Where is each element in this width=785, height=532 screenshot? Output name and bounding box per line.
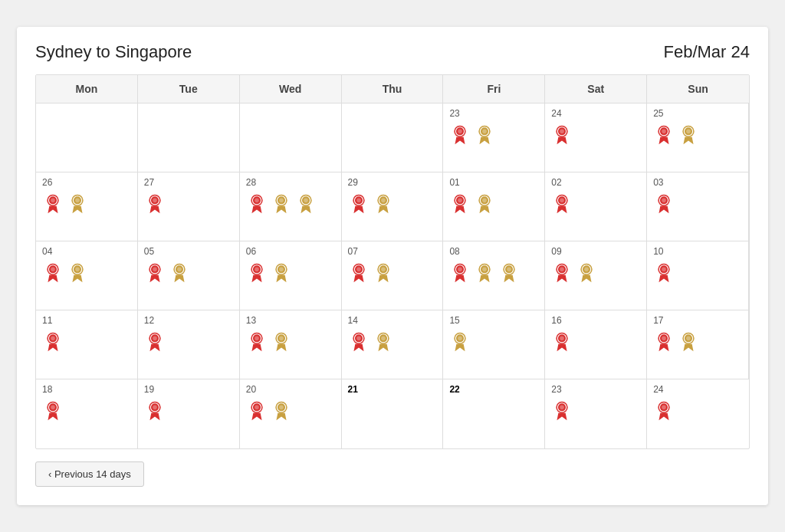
day-number: 21 (348, 384, 437, 395)
calendar-cell[interactable]: 06 (240, 241, 342, 310)
svg-point-104 (279, 337, 284, 341)
calendar-cell[interactable]: 26 (36, 172, 138, 241)
day-number: 25 (653, 108, 742, 119)
day-header-sat: Sat (545, 75, 647, 103)
day-number: 22 (449, 384, 538, 395)
day-number: 01 (449, 177, 538, 188)
calendar-cell[interactable]: 09 (545, 241, 647, 310)
gold-award-badge (67, 192, 88, 215)
calendar-cell[interactable]: 20 (240, 379, 342, 448)
day-number: 19 (144, 384, 233, 395)
badge-group (42, 192, 131, 215)
calendar-cell[interactable]: 08 (443, 241, 545, 310)
badge-group (348, 330, 437, 353)
calendar-cell[interactable]: 18 (36, 379, 138, 448)
calendar-cell[interactable]: 03 (647, 172, 749, 241)
day-number: 08 (449, 246, 538, 257)
gold-award-badge (373, 261, 394, 284)
badge-group (653, 123, 742, 146)
svg-point-110 (381, 337, 386, 341)
badge-group (246, 399, 335, 422)
calendar-cell[interactable]: 12 (138, 310, 240, 379)
svg-point-68 (279, 268, 284, 272)
day-number: 06 (246, 246, 335, 257)
svg-point-17 (51, 199, 55, 203)
calendar-cell (240, 103, 342, 172)
red-award-badge (42, 330, 64, 353)
calendar-cell[interactable]: 07 (342, 241, 444, 310)
svg-point-71 (356, 268, 361, 272)
svg-point-35 (356, 199, 361, 203)
calendar-cell[interactable]: 24 (545, 103, 647, 172)
calendar-cell[interactable]: 29 (342, 172, 444, 241)
svg-point-122 (686, 337, 691, 341)
svg-point-107 (356, 337, 361, 341)
calendar-cell[interactable]: 05 (138, 241, 240, 310)
gold-award-badge (449, 330, 471, 353)
svg-point-23 (153, 199, 157, 203)
gold-award-badge (67, 261, 88, 284)
svg-point-11 (662, 130, 666, 134)
svg-point-26 (255, 199, 259, 203)
day-number: 29 (348, 177, 437, 188)
svg-point-98 (153, 337, 157, 341)
calendar-cell[interactable]: 02 (545, 172, 647, 241)
day-number: 24 (551, 108, 640, 119)
svg-point-29 (279, 199, 284, 203)
badge-group (449, 192, 538, 215)
calendar-cell[interactable]: 23 (545, 379, 647, 448)
day-header-mon: Mon (36, 75, 138, 103)
gold-award-badge (295, 192, 317, 215)
red-award-badge (144, 192, 166, 215)
day-number: 15 (449, 315, 538, 326)
svg-point-83 (507, 268, 512, 272)
calendar-cell[interactable]: 01 (443, 172, 545, 241)
badge-group (144, 399, 233, 422)
day-number: 28 (246, 177, 335, 188)
calendar-cell[interactable]: 24 (647, 379, 749, 448)
calendar-cell (36, 103, 138, 172)
calendar-cell[interactable]: 10 (647, 241, 749, 310)
day-number: 02 (551, 177, 640, 188)
gold-award-badge (678, 123, 699, 146)
day-number: 17 (653, 315, 742, 326)
calendar-header-row: MonTueWedThuFriSatSun (36, 75, 749, 103)
gold-award-badge (474, 123, 495, 146)
calendar-cell[interactable]: 15 (443, 310, 545, 379)
badge-group (551, 123, 640, 146)
svg-point-86 (560, 268, 564, 272)
calendar-cell[interactable]: 16 (545, 310, 647, 379)
calendar-grid: MonTueWedThuFriSatSun 23 24 25 (35, 74, 750, 449)
badge-group (246, 330, 335, 353)
calendar-cell[interactable]: 11 (36, 310, 138, 379)
calendar-cell (342, 103, 444, 172)
day-number: 18 (42, 384, 131, 395)
calendar-cell[interactable]: 28 (240, 172, 342, 241)
calendar-cell[interactable]: 27 (138, 172, 240, 241)
svg-point-140 (662, 406, 666, 410)
badge-group (449, 123, 538, 146)
gold-award-badge (474, 192, 495, 215)
day-header-wed: Wed (240, 75, 342, 103)
calendar-cell[interactable]: 04 (36, 241, 138, 310)
calendar-cell[interactable]: 23 (443, 103, 545, 172)
calendar-cell[interactable]: 25 (647, 103, 749, 172)
red-award-badge (348, 192, 370, 215)
calendar-cell[interactable]: 13 (240, 310, 342, 379)
badge-group (449, 330, 538, 353)
calendar-cell[interactable]: 17 (647, 310, 749, 379)
calendar-body: 23 24 25 26 (36, 103, 749, 448)
day-number: 10 (653, 246, 742, 257)
badge-group (551, 192, 640, 215)
red-award-badge (348, 261, 370, 284)
gold-award-badge (271, 192, 292, 215)
calendar-cell[interactable]: 19 (138, 379, 240, 448)
svg-point-134 (279, 406, 284, 410)
red-award-badge (144, 330, 166, 353)
day-header-thu: Thu (342, 75, 444, 103)
red-award-badge (551, 399, 573, 422)
calendar-cell[interactable]: 14 (342, 310, 444, 379)
prev-14-days-button[interactable]: ‹ Previous 14 days (35, 461, 144, 487)
badge-group (551, 399, 640, 422)
svg-point-8 (560, 130, 564, 134)
